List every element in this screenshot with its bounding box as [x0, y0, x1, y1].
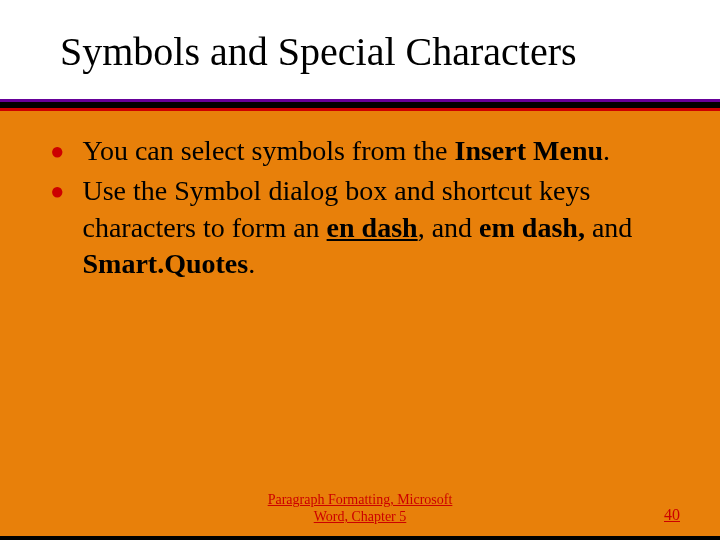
bullet-text: Use the Symbol dialog box and shortcut k…: [83, 173, 671, 282]
bold-text: en dash: [327, 212, 418, 243]
page-number: 40: [664, 506, 680, 524]
footer: Paragraph Formatting, Microsoft Word, Ch…: [0, 492, 720, 526]
bold-text: Smart.Quotes: [83, 248, 249, 279]
bold-text: em dash,: [479, 212, 585, 243]
bullet-icon: ●: [50, 133, 65, 169]
bullet-item: ● You can select symbols from the Insert…: [50, 133, 670, 169]
body-area: ● You can select symbols from the Insert…: [0, 111, 720, 536]
divider-purple: [0, 99, 720, 102]
bullet-item: ● Use the Symbol dialog box and shortcut…: [50, 173, 670, 282]
title-area: Symbols and Special Characters: [0, 0, 720, 99]
footer-line: Word, Chapter 5: [314, 509, 407, 524]
footer-line: Paragraph Formatting, Microsoft: [268, 492, 453, 507]
bullet-text: You can select symbols from the Insert M…: [83, 133, 611, 169]
text-segment: .: [248, 248, 255, 279]
bullet-icon: ●: [50, 173, 65, 209]
bullet-list: ● You can select symbols from the Insert…: [50, 133, 670, 283]
slide-title: Symbols and Special Characters: [60, 28, 680, 75]
text-segment: .: [603, 135, 610, 166]
text-segment: You can select symbols from the: [83, 135, 455, 166]
bold-text: Insert Menu: [455, 135, 604, 166]
slide: Symbols and Special Characters ● You can…: [0, 0, 720, 540]
footer-text: Paragraph Formatting, Microsoft Word, Ch…: [268, 492, 453, 526]
text-segment: and: [585, 212, 632, 243]
text-segment: , and: [418, 212, 479, 243]
